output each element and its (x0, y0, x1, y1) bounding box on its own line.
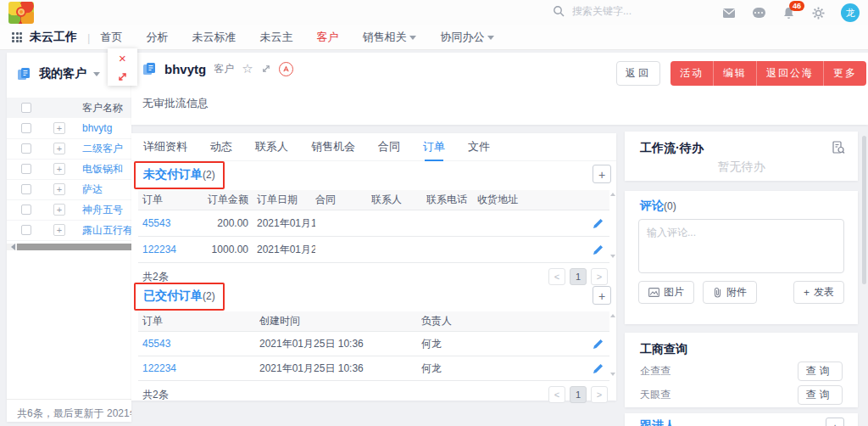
tab-profile[interactable]: 详细资料 (143, 133, 187, 161)
expand-plus-icon[interactable]: + (53, 122, 65, 134)
row-checkbox[interactable] (21, 143, 31, 154)
apps-grid-icon[interactable] (12, 32, 22, 42)
app-logo[interactable] (8, 2, 34, 24)
customer-row[interactable]: + bhvytg (7, 118, 131, 139)
customer-link[interactable]: 电饭锅和 (82, 162, 123, 177)
customer-row[interactable]: + 露山五行有限 (7, 220, 131, 241)
expand-plus-icon[interactable]: + (53, 163, 65, 175)
customer-link[interactable]: 萨达 (82, 182, 103, 197)
next-page-button[interactable]: > (591, 386, 608, 403)
mail-icon[interactable] (722, 6, 736, 20)
select-all-checkbox[interactable] (21, 103, 31, 113)
list-title[interactable]: 我的客户 (39, 66, 86, 81)
order-amount: 1000.00 (196, 244, 257, 255)
star-favorite-icon[interactable]: ☆ (242, 61, 253, 76)
chevron-down-icon[interactable] (93, 72, 100, 80)
expand-arrows-icon[interactable] (261, 64, 271, 74)
edit-pencil-icon[interactable] (593, 363, 604, 374)
seal-icon[interactable] (279, 62, 293, 76)
table-scrollbar[interactable] (609, 311, 615, 378)
customer-row[interactable]: + 神舟五号 (7, 199, 131, 221)
edit-pencil-icon[interactable] (593, 218, 604, 229)
expand-arrows-icon[interactable] (117, 71, 128, 82)
current-page[interactable]: 1 (570, 386, 587, 403)
customer-link[interactable]: 二级客户 (82, 142, 123, 156)
tab-orders[interactable]: 订单 (423, 133, 445, 161)
page-scrollbar[interactable] (862, 136, 866, 284)
nav-item-analysis[interactable]: 分析 (146, 30, 168, 45)
more-button[interactable]: 更多 (823, 61, 866, 86)
edit-pencil-icon[interactable] (593, 244, 604, 255)
workspace-title[interactable]: 未云工作 (30, 30, 77, 45)
table-row[interactable]: 45543 200.00 2021年01月12日 (138, 210, 609, 237)
table-row[interactable]: 122234 1000.00 2021年01月25日 (138, 237, 609, 263)
row-checkbox[interactable] (21, 225, 31, 235)
order-link[interactable]: 45543 (138, 338, 259, 350)
image-button[interactable]: 图片 (638, 281, 694, 304)
add-followup-button[interactable]: + (826, 418, 844, 426)
order-link[interactable]: 122234 (138, 362, 259, 374)
table-row[interactable]: 45543 2021年01月25日 10:36 何龙 (138, 332, 609, 356)
notification-bell-icon[interactable]: 46 (782, 6, 795, 20)
add-delivered-order-button[interactable]: + (593, 286, 611, 305)
attachment-button[interactable]: 附件 (703, 281, 757, 304)
row-checkbox[interactable] (21, 205, 31, 215)
horizontal-scrollbar[interactable] (7, 244, 131, 250)
expand-plus-icon[interactable]: + (53, 204, 65, 216)
table-scrollbar[interactable] (609, 190, 615, 261)
message-icon[interactable] (752, 6, 765, 20)
customer-link[interactable]: 露山五行有限 (82, 223, 131, 238)
settings-gear-icon[interactable] (811, 6, 825, 20)
user-avatar[interactable]: 龙 (841, 3, 860, 22)
order-link[interactable]: 122234 (138, 244, 196, 255)
nav-item-customers[interactable]: 客户 (316, 30, 338, 45)
workflow-search-icon[interactable] (832, 141, 845, 154)
order-link[interactable]: 45543 (138, 217, 196, 229)
nav-item-main[interactable]: 未云主 (259, 30, 292, 45)
row-checkbox[interactable] (21, 184, 31, 194)
scroll-down-icon[interactable] (610, 373, 615, 378)
scroll-left-icon[interactable] (8, 244, 15, 250)
scroll-up-icon[interactable] (610, 311, 615, 317)
prev-page-button[interactable]: < (548, 268, 565, 285)
activity-button[interactable]: 活动 (670, 61, 713, 86)
tab-contracts[interactable]: 合同 (378, 133, 400, 161)
next-page-button[interactable]: > (591, 268, 608, 285)
prev-page-button[interactable]: < (548, 386, 565, 403)
row-checkbox[interactable] (21, 123, 31, 133)
current-page[interactable]: 1 (570, 268, 587, 285)
post-comment-button[interactable]: + 发表 (793, 281, 844, 304)
customer-row[interactable]: + 萨达 (7, 179, 131, 200)
nav-item-sales[interactable]: 销售相关 (362, 30, 416, 45)
customer-link[interactable]: bhvytg (82, 122, 112, 134)
add-undelivered-order-button[interactable]: + (593, 165, 611, 183)
scroll-down-icon[interactable] (610, 255, 615, 261)
expand-plus-icon[interactable]: + (53, 224, 65, 236)
qichacha-query-button[interactable]: 查询 (798, 362, 843, 381)
customer-link[interactable]: 神舟五号 (82, 203, 123, 217)
tab-activity[interactable]: 动态 (210, 133, 232, 161)
table-row[interactable]: 122234 2021年01月25日 10:36 何龙 (138, 356, 609, 381)
scroll-up-icon[interactable] (610, 190, 615, 196)
comment-input[interactable] (638, 219, 844, 273)
nav-item-home[interactable]: 首页 (100, 30, 122, 45)
tab-opportunities[interactable]: 销售机会 (311, 133, 355, 161)
customer-row[interactable]: + 二级客户 (7, 138, 131, 160)
nav-item-collab[interactable]: 协同办公 (440, 30, 494, 45)
close-icon[interactable]: × (119, 52, 126, 64)
edit-button[interactable]: 编辑 (713, 61, 756, 86)
tab-files[interactable]: 文件 (468, 133, 490, 161)
expand-plus-icon[interactable]: + (53, 143, 65, 154)
tab-contacts[interactable]: 联系人 (255, 133, 288, 161)
customer-row[interactable]: + 电饭锅和 (7, 159, 131, 180)
search-input[interactable] (570, 4, 676, 18)
nav-item-standard[interactable]: 未云标准 (192, 30, 236, 45)
global-search[interactable] (553, 4, 676, 18)
expand-plus-icon[interactable]: + (53, 183, 65, 195)
return-to-pool-button[interactable]: 退回公海 (756, 61, 823, 86)
row-checkbox[interactable] (21, 164, 31, 174)
edit-pencil-icon[interactable] (593, 339, 604, 350)
back-button[interactable]: 返回 (616, 61, 660, 86)
tianyancha-query-button[interactable]: 查询 (798, 385, 843, 405)
scrollbar-thumb[interactable] (17, 244, 131, 250)
